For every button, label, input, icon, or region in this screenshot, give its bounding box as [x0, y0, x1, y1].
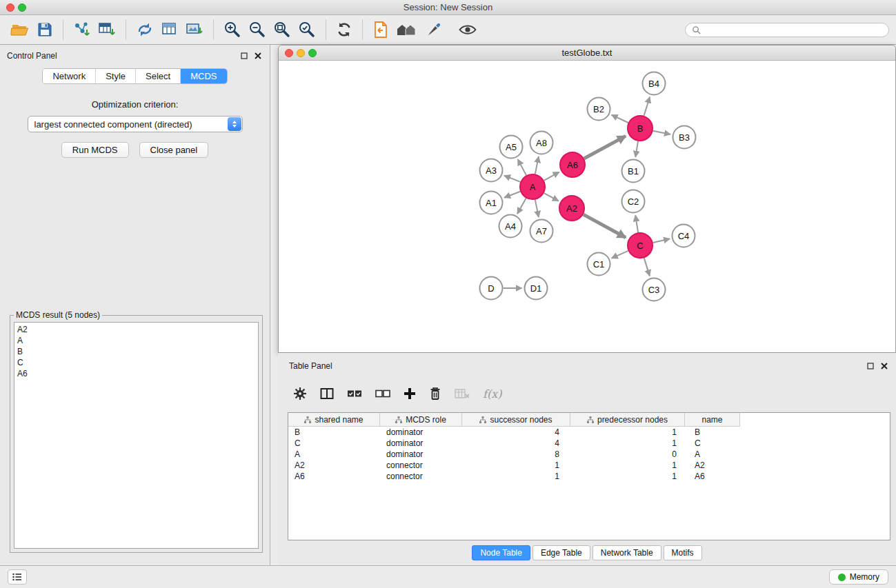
import-table-from-file-button[interactable]: [94, 19, 119, 40]
mcds-result-list[interactable]: A2 A B C A6: [14, 322, 259, 549]
graph-edge-A6-B[interactable]: [584, 136, 626, 159]
open-session-button[interactable]: [7, 20, 33, 39]
zoom-fit-button[interactable]: [270, 19, 295, 40]
graph-node-D1[interactable]: D1: [525, 277, 548, 300]
zoom-out-button[interactable]: [245, 19, 270, 40]
column-header-mcds-role[interactable]: MCDS role: [380, 413, 462, 427]
save-session-button[interactable]: [33, 20, 57, 39]
graph-edge-C-C3[interactable]: [644, 258, 650, 276]
graph-node-A3[interactable]: A3: [480, 159, 503, 182]
graph-edge-B-B3[interactable]: [653, 131, 670, 134]
graph-node-B3[interactable]: B3: [673, 126, 696, 149]
result-item[interactable]: B: [17, 346, 255, 357]
graph-node-A[interactable]: A: [520, 174, 545, 199]
tab-select[interactable]: Select: [136, 69, 181, 83]
graph-edge-A-A6[interactable]: [544, 172, 559, 181]
memory-button[interactable]: Memory: [829, 569, 888, 585]
tab-motifs[interactable]: Motifs: [664, 545, 702, 560]
float-panel-icon[interactable]: [867, 363, 874, 369]
export-image-button[interactable]: [182, 19, 207, 40]
graph-edge-C-C2[interactable]: [635, 215, 638, 232]
deselect-all-rows-button[interactable]: [375, 389, 390, 398]
network-zoom-button[interactable]: [308, 49, 317, 57]
zoom-selected-button[interactable]: [295, 19, 319, 40]
home-gallery-button[interactable]: [392, 20, 420, 39]
tab-style[interactable]: Style: [96, 69, 136, 83]
graph-edge-C-C1[interactable]: [612, 251, 628, 258]
style-brush-button[interactable]: [420, 20, 445, 39]
close-window-button[interactable]: [6, 3, 14, 12]
tab-edge-table[interactable]: Edge Table: [532, 545, 590, 560]
network-graph[interactable]: B4B2BB3A5A8A6A3B1AC2A1A2A4A7C4CC1DD1C3: [279, 61, 895, 352]
graph-edge-A-A5[interactable]: [518, 159, 526, 175]
close-panel-button[interactable]: Close panel: [139, 142, 209, 158]
graph-node-C3[interactable]: C3: [643, 278, 666, 301]
graph-node-B4[interactable]: B4: [643, 72, 666, 95]
zoom-in-button[interactable]: [220, 19, 245, 40]
graph-node-C1[interactable]: C1: [588, 253, 610, 276]
graph-edge-A-A2[interactable]: [544, 193, 559, 201]
search-field[interactable]: [685, 23, 889, 37]
result-item[interactable]: A2: [17, 324, 255, 335]
show-graphics-details-button[interactable]: [455, 21, 481, 39]
zoom-window-button[interactable]: [18, 3, 26, 12]
graph-edge-B-B4[interactable]: [644, 97, 650, 116]
column-header-shared-name[interactable]: shared name: [288, 413, 380, 427]
graph-node-C2[interactable]: C2: [622, 190, 645, 213]
graph-node-A4[interactable]: A4: [499, 215, 522, 238]
table-settings-button[interactable]: [293, 387, 307, 401]
apply-layout-button[interactable]: [332, 20, 356, 39]
delete-table-button[interactable]: [455, 388, 470, 399]
graph-node-A8[interactable]: A8: [530, 132, 553, 154]
table-row[interactable]: B dominator 4 1 B: [288, 427, 890, 438]
criterion-dropdown[interactable]: largest connected component (directed): [28, 116, 243, 132]
graph-node-B1[interactable]: B1: [622, 160, 645, 183]
graph-edge-A-A3[interactable]: [504, 176, 520, 182]
column-header-predecessor-nodes[interactable]: predecessor nodes: [570, 413, 685, 427]
function-builder-button[interactable]: f(x): [483, 387, 501, 401]
select-all-rows-button[interactable]: [347, 389, 362, 398]
show-column-button[interactable]: [320, 387, 334, 400]
result-item[interactable]: A6: [17, 368, 255, 379]
graph-edge-A-A4[interactable]: [517, 199, 526, 214]
import-network-from-file-button[interactable]: [70, 19, 94, 40]
table-row[interactable]: C dominator 4 1 C: [288, 438, 890, 449]
graph-edge-B-B1[interactable]: [635, 141, 638, 157]
new-network-button[interactable]: [132, 19, 157, 40]
run-mcds-button[interactable]: Run MCDS: [61, 142, 129, 158]
graph-node-B2[interactable]: B2: [588, 98, 610, 121]
graph-node-B[interactable]: B: [628, 116, 653, 141]
graph-node-A7[interactable]: A7: [530, 220, 553, 243]
graph-edge-B-B2[interactable]: [612, 115, 628, 123]
result-item[interactable]: A: [17, 335, 255, 346]
network-minimize-button[interactable]: [297, 49, 305, 57]
graph-node-A6[interactable]: A6: [560, 152, 585, 177]
create-column-button[interactable]: [404, 387, 416, 400]
close-panel-icon[interactable]: [255, 52, 261, 59]
graph-node-A2[interactable]: A2: [559, 196, 584, 221]
column-header-successor-nodes[interactable]: successor nodes: [462, 413, 570, 427]
graph-node-C[interactable]: C: [628, 233, 653, 258]
tab-network-table[interactable]: Network Table: [593, 545, 661, 560]
close-panel-icon[interactable]: [881, 363, 888, 369]
graph-edge-A-A1[interactable]: [504, 192, 520, 198]
graph-edge-C-C4[interactable]: [653, 239, 670, 243]
float-panel-icon[interactable]: [241, 52, 248, 59]
search-input[interactable]: [704, 25, 882, 34]
graph-edge-A2-C[interactable]: [584, 214, 626, 237]
graph-node-A1[interactable]: A1: [480, 192, 503, 214]
tab-mcds[interactable]: MCDS: [181, 69, 226, 83]
graph-node-D[interactable]: D: [480, 277, 503, 300]
delete-column-button[interactable]: [429, 387, 441, 401]
open-session-file-button[interactable]: [369, 19, 392, 40]
network-close-button[interactable]: [285, 49, 293, 57]
graph-edge-A-A7[interactable]: [535, 200, 539, 217]
graph-node-C4[interactable]: C4: [673, 225, 695, 247]
table-row[interactable]: A dominator 8 0 A: [288, 449, 890, 460]
column-header-name[interactable]: name: [685, 413, 740, 427]
table-row[interactable]: A6 connector 1 1 A6: [288, 471, 890, 482]
graph-edge-A-A8[interactable]: [535, 156, 539, 174]
tab-node-table[interactable]: Node Table: [472, 545, 530, 560]
show-panels-button[interactable]: [8, 569, 27, 585]
result-item[interactable]: C: [17, 357, 255, 368]
